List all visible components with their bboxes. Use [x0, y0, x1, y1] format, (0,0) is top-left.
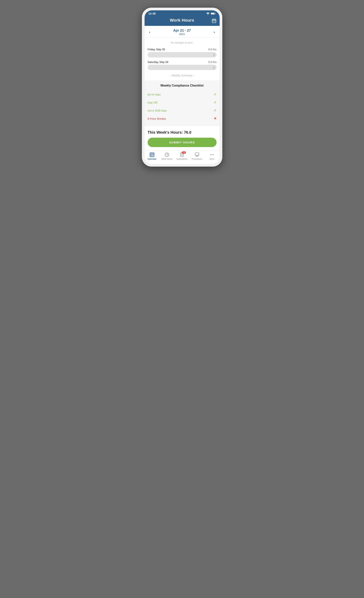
svg-rect-3: [211, 13, 214, 14]
more-dots-icon: [209, 152, 215, 157]
battery-icon: [211, 12, 216, 15]
compliance-item-8break: 8-Hour Breaks ✕: [148, 115, 216, 123]
nav-item-calendar[interactable]: Calendar: [146, 152, 158, 160]
date-range-display: Apr 21 - 27 2021: [173, 29, 191, 36]
nav-label-procedures: Procedures: [192, 158, 202, 160]
nav-label-calendar: Calendar: [148, 158, 157, 160]
svg-rect-2: [215, 13, 215, 14]
wifi-icon: [206, 12, 210, 15]
svg-point-33: [213, 154, 214, 155]
calendar-nav-icon: [149, 152, 155, 157]
day-bar-arrow-friday: ❯: [213, 53, 215, 56]
compliance-check-24shift: ✓: [214, 108, 216, 113]
status-icons: [206, 12, 216, 15]
evaluations-nav-icon-wrap: 72: [179, 152, 184, 157]
nav-label-evaluations: Evaluations: [177, 158, 187, 160]
header-title: Work Hours: [170, 18, 194, 23]
compliance-check-dayoff: ✓: [214, 100, 216, 105]
compliance-label-dayoff: Day Off: [148, 101, 157, 104]
procedures-nav-icon-wrap: [195, 152, 199, 157]
svg-line-23: [167, 155, 168, 155]
date-navigation: ‹ Apr 21 - 27 2021 ›: [145, 26, 220, 38]
nav-label-work-hours: Work Hours: [161, 158, 173, 160]
day-name-saturday: Saturday, May 06: [148, 60, 168, 64]
bottom-navigation: Calendar Work Hours: [145, 150, 220, 164]
svg-point-32: [212, 154, 212, 155]
day-bar-saturday[interactable]: ❯: [148, 65, 216, 70]
nav-label-more: More: [210, 158, 215, 160]
compliance-title: Weekly Compliance Checklist: [148, 84, 216, 87]
compliance-item-80hr: 80 Hr Max ✓: [148, 90, 216, 99]
next-week-button[interactable]: ›: [212, 29, 216, 35]
more-nav-icon-wrap: [209, 152, 215, 157]
compliance-label-24shift: 24+4 Shift Max: [148, 109, 167, 112]
date-range-text: Apr 21 - 27: [173, 29, 191, 33]
app-header: Work Hours: [145, 16, 220, 26]
svg-rect-10: [215, 21, 215, 21]
work-hours-nav-icon-wrap: [165, 152, 169, 157]
svg-point-31: [210, 154, 211, 155]
submit-hours-button[interactable]: SUBMIT HOURS: [148, 138, 216, 147]
compliance-item-dayoff: Day Off ✓: [148, 99, 216, 107]
weekly-hours-text: This Week's Hours: 76.0: [148, 130, 216, 135]
svg-rect-17: [152, 155, 152, 155]
procedures-nav-icon: [195, 152, 199, 157]
chevron-right-icon: ›: [194, 74, 194, 77]
svg-rect-19: [150, 156, 151, 156]
svg-rect-9: [214, 21, 214, 21]
phone-device: 12:38 Work Hours: [142, 8, 222, 166]
clock-nav-icon: [165, 152, 169, 157]
status-time: 12:38: [149, 12, 156, 15]
day-hours-saturday: 0.0 hrs: [208, 60, 216, 64]
sync-message: No changes to sync.: [148, 40, 216, 46]
prev-week-button[interactable]: ‹: [148, 29, 152, 35]
nav-item-procedures[interactable]: Procedures: [191, 152, 203, 160]
hours-section: This Week's Hours: 76.0 SUBMIT HOURS: [145, 126, 220, 150]
day-hours-friday: 0.0 hrs: [208, 48, 216, 51]
svg-rect-20: [152, 156, 152, 156]
calendar-nav-icon-wrap: [149, 152, 155, 157]
weekly-summary-row[interactable]: › Weekly Summary ›: [145, 72, 220, 80]
nav-item-work-hours[interactable]: Work Hours: [161, 152, 173, 160]
nav-item-more[interactable]: More: [206, 152, 218, 160]
svg-rect-8: [213, 21, 213, 21]
svg-rect-18: [153, 155, 153, 155]
date-year: 2021: [173, 33, 191, 36]
compliance-cross-8break: ✕: [214, 116, 216, 121]
evaluations-badge: 72: [182, 151, 186, 154]
nav-item-evaluations[interactable]: 72 Evaluations: [176, 152, 188, 160]
day-name-friday: Friday, May 05: [148, 48, 165, 51]
compliance-check-80hr: ✓: [214, 92, 216, 97]
phone-screen: 12:38 Work Hours: [145, 10, 220, 164]
day-bar-arrow-saturday: ❯: [213, 66, 215, 69]
sync-section: No changes to sync.: [145, 38, 220, 46]
weekly-summary-label: Weekly Summary: [172, 74, 192, 77]
day-row-saturday: Saturday, May 06 0.0 hrs ❯: [145, 59, 220, 72]
compliance-section: Weekly Compliance Checklist 80 Hr Max ✓ …: [145, 80, 220, 126]
calendar-header-icon[interactable]: [212, 18, 216, 25]
compliance-label-8break: 8-Hour Breaks: [148, 117, 166, 120]
svg-rect-28: [195, 153, 199, 156]
status-bar: 12:38: [145, 10, 220, 16]
day-row-friday: Friday, May 05 0.0 hrs ❯: [145, 46, 220, 59]
svg-rect-16: [150, 155, 151, 155]
chevron-left-icon: ›: [170, 74, 170, 77]
day-bar-friday[interactable]: ❯: [148, 52, 216, 58]
svg-point-0: [207, 14, 208, 15]
compliance-label-80hr: 80 Hr Max: [148, 93, 161, 96]
compliance-item-24shift: 24+4 Shift Max ✓: [148, 107, 216, 115]
